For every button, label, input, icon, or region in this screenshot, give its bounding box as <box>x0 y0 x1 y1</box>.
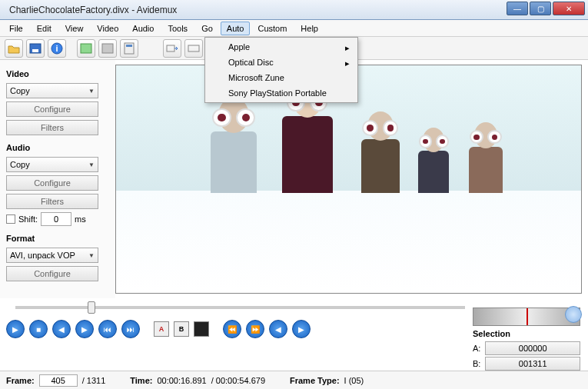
svg-text:i: i <box>55 44 58 53</box>
chevron-down-icon: ▼ <box>88 88 95 95</box>
stop-button[interactable]: ■ <box>29 320 48 338</box>
svg-rect-5 <box>102 44 113 53</box>
play-button[interactable]: ▶ <box>6 320 25 338</box>
prev-keyframe-button[interactable]: ⏮ <box>98 320 117 338</box>
svg-rect-7 <box>126 45 132 47</box>
audio-configure-button[interactable]: Configure <box>6 175 98 191</box>
dropdown-label: Apple <box>228 42 250 52</box>
dropdown-item-optical-disc[interactable]: Optical Disc▸ <box>207 55 356 70</box>
dropdown-label: Optical Disc <box>228 58 274 67</box>
video-heading: Video <box>6 69 109 78</box>
format-select[interactable]: AVI, unpack VOP▼ <box>6 248 98 263</box>
timeline-track[interactable] <box>15 306 465 309</box>
audio-filters-button[interactable]: Filters <box>6 194 98 209</box>
svg-rect-9 <box>188 45 199 52</box>
shift-label: Shift: <box>18 214 38 224</box>
menu-go[interactable]: Go <box>195 22 219 35</box>
selection-b-label: B: <box>473 359 480 368</box>
dropdown-label: Sony PlayStation Portable <box>228 88 327 98</box>
selection-a-value[interactable]: 000000 <box>485 341 580 355</box>
frame-label: Frame: <box>6 376 35 385</box>
goto-start-button[interactable]: ⏪ <box>223 320 241 338</box>
format-configure-button[interactable]: Configure <box>6 266 98 281</box>
selection-panel: Selection A: 000000 B: 001311 <box>473 308 580 372</box>
goto-end-button[interactable]: ⏩ <box>246 320 264 338</box>
menu-edit[interactable]: Edit <box>31 22 58 35</box>
submenu-arrow-icon: ▸ <box>345 58 350 68</box>
calculator-button[interactable] <box>120 39 138 58</box>
folder-open-icon <box>8 43 20 54</box>
append-button[interactable] <box>163 39 181 58</box>
timeline-thumb[interactable] <box>88 301 95 314</box>
reload-button[interactable] <box>184 39 203 58</box>
time-total: / 00:00:54.679 <box>211 376 265 385</box>
time-label: Time: <box>130 376 152 385</box>
selection-b-value[interactable]: 001311 <box>485 357 580 371</box>
svg-rect-8 <box>167 45 174 52</box>
append-icon <box>166 43 178 54</box>
audio-codec-select[interactable]: Copy▼ <box>6 157 98 172</box>
video-codec-select[interactable]: Copy▼ <box>6 83 98 98</box>
calculator-icon <box>124 42 135 55</box>
save-video-button[interactable] <box>98 39 117 58</box>
menu-file[interactable]: File <box>3 22 29 35</box>
frametype-label: Frame Type: <box>290 376 340 385</box>
frametype-value: I (05) <box>344 376 364 385</box>
save-button[interactable] <box>26 39 45 58</box>
maximize-button[interactable]: ▢ <box>530 2 551 15</box>
frame-current-input[interactable]: 405 <box>39 374 78 387</box>
frame-total: / 1311 <box>82 376 106 385</box>
disk-icon <box>101 43 114 54</box>
menu-tools[interactable]: Tools <box>161 22 194 35</box>
window-buttons: — ▢ ✕ <box>507 2 585 15</box>
goto-marker-a-button[interactable]: ◀ <box>269 320 287 338</box>
svg-rect-4 <box>81 44 91 53</box>
reload-icon <box>188 43 200 54</box>
set-marker-b-button[interactable]: B <box>174 321 189 337</box>
menu-help[interactable]: Help <box>294 22 324 35</box>
close-button[interactable]: ✕ <box>553 2 585 15</box>
statusbar: Frame: 405 / 1311 Time: 00:00:16.891 / 0… <box>0 371 588 389</box>
menu-audio[interactable]: Audio <box>126 22 160 35</box>
black-frame-button[interactable] <box>194 321 209 337</box>
info-button[interactable]: i <box>48 39 66 58</box>
titlebar: CharlieChocolateFactory.divx - Avidemux … <box>0 0 588 20</box>
shift-checkbox[interactable] <box>6 214 15 224</box>
menu-video[interactable]: Video <box>91 22 125 35</box>
time-current: 00:00:16.891 <box>157 376 206 385</box>
format-heading: Format <box>6 234 109 243</box>
shift-unit: ms <box>75 214 86 224</box>
dropdown-item-microsoft-zune[interactable]: Microsoft Zune <box>207 70 356 85</box>
next-frame-button[interactable]: ▶ <box>75 320 94 338</box>
audio-shift-row: Shift: 0 ms <box>6 212 109 226</box>
jog-wheel[interactable] <box>473 308 580 326</box>
svg-rect-1 <box>32 49 38 52</box>
open-button[interactable] <box>5 39 23 58</box>
dropdown-item-sony-psp[interactable]: Sony PlayStation Portable <box>207 85 356 101</box>
video-filters-button[interactable]: Filters <box>6 120 98 135</box>
menu-view[interactable]: View <box>59 22 90 35</box>
submenu-arrow-icon: ▸ <box>345 43 350 53</box>
auto-dropdown: Apple▸ Optical Disc▸ Microsoft Zune Sony… <box>204 37 358 103</box>
minimize-button[interactable]: — <box>507 2 528 15</box>
video-configure-button[interactable]: Configure <box>6 101 98 117</box>
menu-custom[interactable]: Custom <box>251 22 293 35</box>
audio-heading: Audio <box>6 143 109 152</box>
jog-reset-button[interactable] <box>565 306 582 323</box>
selection-heading: Selection <box>473 329 580 338</box>
menubar: File Edit View Video Audio Tools Go Auto… <box>0 20 588 37</box>
set-marker-a-button[interactable]: A <box>154 321 169 337</box>
selection-a-label: A: <box>473 344 480 353</box>
next-keyframe-button[interactable]: ⏭ <box>121 320 140 338</box>
shift-spinbox[interactable]: 0 <box>41 212 71 226</box>
menu-auto[interactable]: Auto <box>221 22 251 35</box>
chevron-down-icon: ▼ <box>88 161 95 168</box>
dropdown-item-apple[interactable]: Apple▸ <box>207 39 356 55</box>
prev-frame-button[interactable]: ◀ <box>52 320 71 338</box>
picture-icon <box>80 43 92 54</box>
window-title: CharlieChocolateFactory.divx - Avidemux <box>9 5 177 15</box>
chevron-down-icon: ▼ <box>88 252 95 259</box>
save-image-button[interactable] <box>77 39 95 58</box>
dropdown-label: Microsoft Zune <box>228 73 284 82</box>
goto-marker-b-button[interactable]: ▶ <box>292 320 311 338</box>
